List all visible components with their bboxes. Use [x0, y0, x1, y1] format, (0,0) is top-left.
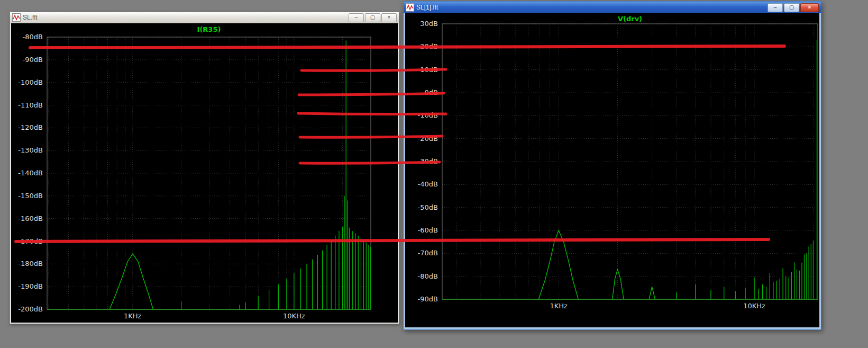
window-sl1-fft: SL[1].fft – ▢ × 30dB20dB10dB0dB-10dB-20d…: [403, 1, 821, 330]
svg-text:-80dB: -80dB: [418, 272, 438, 280]
fft-plot-i-r35[interactable]: -80dB-90dB-100dB-110dB-120dB-130dB-140dB…: [11, 23, 398, 323]
svg-text:0dB: 0dB: [425, 88, 438, 96]
window-title: SL.fft: [23, 14, 346, 21]
svg-text:-180dB: -180dB: [18, 260, 43, 267]
svg-text:-10dB: -10dB: [418, 111, 438, 119]
desktop: { "desktop": { "background": "#7f7f7f" }…: [0, 0, 868, 348]
svg-text:-20dB: -20dB: [418, 135, 438, 142]
window-title: SL[1].fft: [416, 4, 765, 11]
minimize-button[interactable]: –: [349, 13, 364, 22]
svg-text:-160dB: -160dB: [18, 215, 43, 222]
svg-text:10dB: 10dB: [420, 66, 438, 74]
svg-text:-140dB: -140dB: [18, 169, 43, 177]
app-icon: [12, 13, 21, 22]
svg-text:10KHz: 10KHz: [743, 302, 765, 310]
svg-text:-90dB: -90dB: [418, 295, 438, 303]
svg-text:-190dB: -190dB: [18, 282, 43, 290]
maximize-button[interactable]: ▢: [365, 13, 380, 22]
minimize-button[interactable]: –: [768, 3, 783, 12]
close-button[interactable]: ×: [800, 3, 819, 12]
svg-text:-170dB: -170dB: [18, 237, 43, 245]
plot-area[interactable]: 30dB20dB10dB0dB-10dB-20dB-30dB-40dB-50dB…: [405, 13, 819, 327]
svg-text:-200dB: -200dB: [18, 305, 43, 313]
svg-text:1KHz: 1KHz: [550, 302, 568, 310]
window-controls: – ▢ ×: [349, 13, 397, 22]
svg-text:-70dB: -70dB: [418, 249, 438, 257]
svg-text:-110dB: -110dB: [18, 101, 43, 109]
close-button[interactable]: ×: [381, 13, 397, 22]
svg-text:-50dB: -50dB: [418, 203, 438, 211]
svg-text:-40dB: -40dB: [418, 180, 438, 188]
titlebar[interactable]: SL.fft – ▢ ×: [10, 12, 399, 23]
svg-text:-150dB: -150dB: [18, 192, 43, 200]
fft-plot-v-drv[interactable]: 30dB20dB10dB0dB-10dB-20dB-30dB-40dB-50dB…: [405, 13, 819, 327]
svg-text:30dB: 30dB: [420, 20, 438, 28]
app-icon: [406, 3, 414, 12]
svg-text:20dB: 20dB: [420, 42, 438, 50]
window-controls: – ▢ ×: [768, 3, 819, 12]
svg-text:-90dB: -90dB: [23, 56, 43, 64]
svg-text:V(drv): V(drv): [618, 15, 642, 23]
plot-area[interactable]: -80dB-90dB-100dB-110dB-120dB-130dB-140dB…: [11, 23, 398, 323]
svg-text:-30dB: -30dB: [418, 157, 438, 165]
svg-text:-60dB: -60dB: [418, 226, 438, 234]
svg-text:10KHz: 10KHz: [283, 312, 305, 320]
svg-text:I(R35): I(R35): [197, 25, 221, 33]
svg-text:-130dB: -130dB: [18, 146, 43, 154]
window-sl-fft: SL.fft – ▢ × -80dB-90dB-100dB-110dB-120d…: [10, 12, 399, 324]
maximize-button[interactable]: ▢: [784, 3, 799, 12]
titlebar[interactable]: SL[1].fft – ▢ ×: [404, 2, 821, 13]
svg-text:-80dB: -80dB: [23, 33, 43, 41]
svg-text:-120dB: -120dB: [18, 123, 43, 131]
svg-text:1KHz: 1KHz: [124, 312, 142, 320]
svg-text:-100dB: -100dB: [18, 78, 43, 86]
